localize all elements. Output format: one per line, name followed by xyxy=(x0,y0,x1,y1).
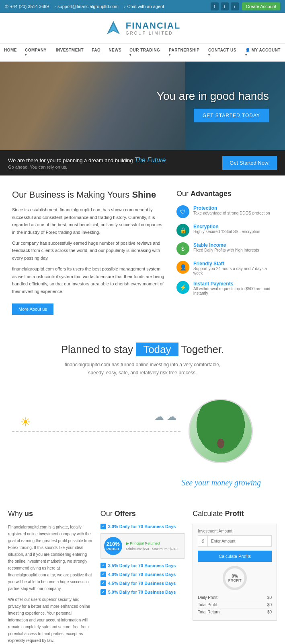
dashed-line xyxy=(12,431,180,432)
payments-desc: All withdrawal requests up to $500 are p… xyxy=(193,287,273,295)
why-us-col: Why us Financialgroupltd.com is a privat… xyxy=(8,510,92,644)
offers-col: Our Offers 3.0% Daily for 70 Business Da… xyxy=(100,510,185,644)
nav-item-home[interactable]: HOME xyxy=(0,44,21,61)
income-icon: $ xyxy=(176,242,189,255)
offer-main-3[interactable]: 4.0% Daily for 70 Business Days xyxy=(100,572,185,577)
total-return-label: Total Return: xyxy=(198,610,221,614)
why-us-para-2: We offer our users superior security and… xyxy=(8,596,92,644)
staff-desc: Support you 24 hours a day and 7 days a … xyxy=(193,266,273,275)
advantage-income-text: Stable Income Fixed Daily Profits with h… xyxy=(193,242,259,252)
donut-percent: 0% xyxy=(228,574,242,578)
nav-link-company[interactable]: COMPANY ▾ xyxy=(21,44,52,61)
more-about-button[interactable]: More About us xyxy=(12,303,53,315)
total-profit-row: Total Profit: $0 xyxy=(198,601,272,609)
donut-label: PROFIT xyxy=(228,578,242,582)
nav-link-trading[interactable]: OUR TRADING ▾ xyxy=(125,44,165,61)
cta-strip-sub: Go ahead. You can rely on us. xyxy=(8,165,166,169)
chevron-down-icon: ▾ xyxy=(169,53,171,57)
calc-title-light: Calculate xyxy=(193,510,223,518)
cta-text: We are there for you to planning a dream… xyxy=(8,157,133,163)
nav-item-company[interactable]: COMPANY ▾ xyxy=(21,44,52,61)
nav-item-news[interactable]: NEWS xyxy=(105,44,125,61)
calculator-col: Calculate Profit Investment Amount: $ Ca… xyxy=(193,510,277,644)
hero-cta-button[interactable]: GET STARTED TODAY xyxy=(194,109,269,122)
offers-title-light: Our xyxy=(100,510,113,518)
why-us-title-bold: us xyxy=(25,510,33,518)
stay-today-before: Planned to stay xyxy=(61,343,133,355)
investment-input-wrapper: $ xyxy=(198,535,272,547)
nav-link-news[interactable]: NEWS xyxy=(105,44,125,56)
nav-link-partnership[interactable]: PARTNERSHIP ▾ xyxy=(165,44,204,61)
offer-main-1[interactable]: 3.0% Daily for 70 Business Days xyxy=(100,524,185,529)
advantage-staff-text: Friendly Staff Support you 24 hours a da… xyxy=(193,261,273,275)
tree-circle xyxy=(189,399,253,463)
protection-title: Protection xyxy=(193,205,270,211)
advantage-income: $ Stable Income Fixed Daily Profits with… xyxy=(176,242,273,255)
chevron-down-icon: ▾ xyxy=(129,53,131,57)
total-profit-value: $0 xyxy=(267,603,272,607)
cloud-icon: ☁ ☁ xyxy=(154,411,176,422)
phone-info: ✆ +44 (20) 3514 3669 xyxy=(5,4,49,9)
twitter-icon[interactable]: t xyxy=(221,2,229,10)
stay-today-title: Planned to stay Today Together. xyxy=(8,343,277,356)
nav-item-trading[interactable]: OUR TRADING ▾ xyxy=(125,44,165,61)
nav-item-account[interactable]: 👤 MY ACCOUNT ▾ xyxy=(241,44,285,61)
sun-icon: ☀ xyxy=(20,415,31,429)
investment-label: Investment Amount: xyxy=(198,529,272,533)
nav-item-investment[interactable]: INVESTMENT xyxy=(52,44,88,61)
offer-main-5[interactable]: 5.0% Daily for 70 Business Days xyxy=(100,589,185,595)
calc-title-bold: Profit xyxy=(225,510,244,518)
chat-label[interactable]: Chat with an agent xyxy=(127,4,164,9)
offer-main-2[interactable]: 3.5% Daily for 70 Business Days xyxy=(100,563,185,568)
hero-content: You are in good hands GET STARTED TODAY xyxy=(157,90,269,122)
nav-link-faq[interactable]: FAQ xyxy=(88,44,105,56)
business-section: Our Business is Making Yours Shine Since… xyxy=(12,190,164,315)
business-title-light: Our Business is Making Yours xyxy=(12,190,129,200)
principal-returned-tag: ▶ Principal Returned xyxy=(126,541,178,545)
nav-link-investment[interactable]: INVESTMENT xyxy=(52,44,88,56)
income-title: Stable Income xyxy=(193,242,259,248)
phone-number[interactable]: +44 (20) 3514 3669 xyxy=(10,4,49,9)
calc-title: Calculate Profit xyxy=(193,510,277,518)
tree-visual xyxy=(190,400,252,462)
why-us-para-1: Financialgroupltd.com is a private, lega… xyxy=(8,524,92,592)
advantages-title: Our Advantages xyxy=(176,190,273,198)
donut-inner: 0% PROFIT xyxy=(228,574,242,582)
protection-desc: Take advantage of strong DDOS protection xyxy=(193,211,270,215)
nav-item-contact[interactable]: CONTACT US ▾ xyxy=(204,44,241,61)
social-icons: f t r xyxy=(211,2,239,10)
hero-section: You are in good hands GET STARTED TODAY xyxy=(0,62,285,150)
advantages-title-bold: Advantages xyxy=(191,190,232,198)
email-address[interactable]: support@financialgroupltd.com xyxy=(57,4,119,9)
advantage-payments: ⚡ Instant Payments All withdrawal reques… xyxy=(176,281,273,295)
cta-strip-button[interactable]: Get Started Now! xyxy=(222,156,277,170)
site-header: FINANCIAL GROUP LIMITED xyxy=(0,13,285,43)
payments-icon: ⚡ xyxy=(176,281,189,294)
rss-icon[interactable]: r xyxy=(231,2,239,10)
money-growing-text: See your money growing xyxy=(181,478,261,487)
nav-item-partnership[interactable]: PARTNERSHIP ▾ xyxy=(165,44,204,61)
advantage-protection-text: Protection Take advantage of strong DDOS… xyxy=(193,205,270,215)
daily-profit-value: $0 xyxy=(267,595,272,600)
nav-link-home[interactable]: HOME xyxy=(0,44,21,56)
stay-today-section: Planned to stay Today Together. financia… xyxy=(0,329,285,391)
advantages-section: Our Advantages 🛡 Protection Take advanta… xyxy=(176,190,273,315)
nav-item-faq[interactable]: FAQ xyxy=(88,44,105,61)
cta-strip: We are there for you to planning a dream… xyxy=(0,150,285,175)
calculate-button[interactable]: Calculate Profits xyxy=(198,551,272,562)
amount-input[interactable] xyxy=(208,537,271,546)
encryption-desc: Highly secured 128bit SSL encryption xyxy=(193,229,260,234)
nav-link-contact[interactable]: CONTACT US ▾ xyxy=(204,44,241,61)
tree-section: ☀ ☁ ☁ See your money growing xyxy=(0,391,285,495)
facebook-icon[interactable]: f xyxy=(211,2,219,10)
email-icon: › xyxy=(54,4,56,9)
create-account-button[interactable]: Create Account xyxy=(242,2,280,10)
profit-circle: 210% PROFIT xyxy=(104,537,122,555)
nav-link-account[interactable]: 👤 MY ACCOUNT ▾ xyxy=(241,44,285,61)
business-para-3: financialgroupltd.com offers its users t… xyxy=(12,265,164,295)
cta-future-text: The Future xyxy=(134,157,166,163)
offer-item-1: 3.0% Daily for 70 Business Days xyxy=(100,524,185,529)
staff-icon: 👤 xyxy=(176,261,189,274)
offer-main-4[interactable]: 4.5% Daily for 70 Business Days xyxy=(100,580,185,586)
top-bar: ✆ +44 (20) 3514 3669 › support@financial… xyxy=(0,0,285,13)
